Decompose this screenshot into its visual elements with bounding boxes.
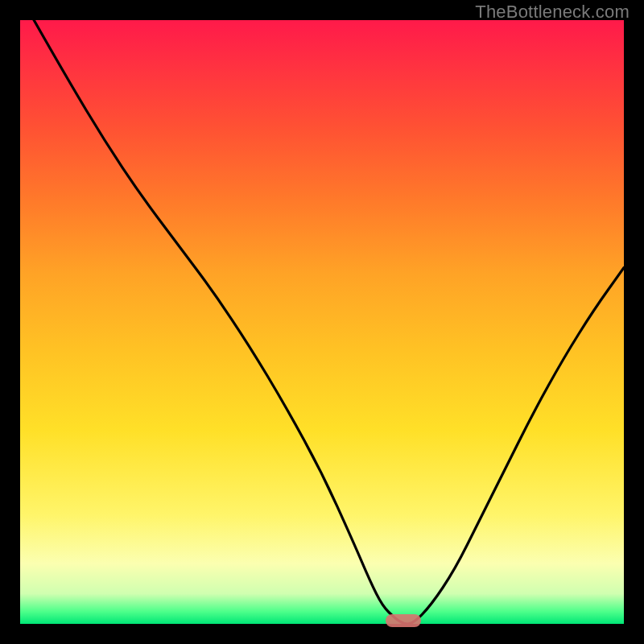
chart-frame: TheBottleneck.com xyxy=(0,0,644,644)
optimal-marker xyxy=(386,614,421,627)
chart-curve-svg xyxy=(20,20,624,624)
bottleneck-curve xyxy=(20,20,624,624)
chart-plot-area xyxy=(20,20,624,624)
